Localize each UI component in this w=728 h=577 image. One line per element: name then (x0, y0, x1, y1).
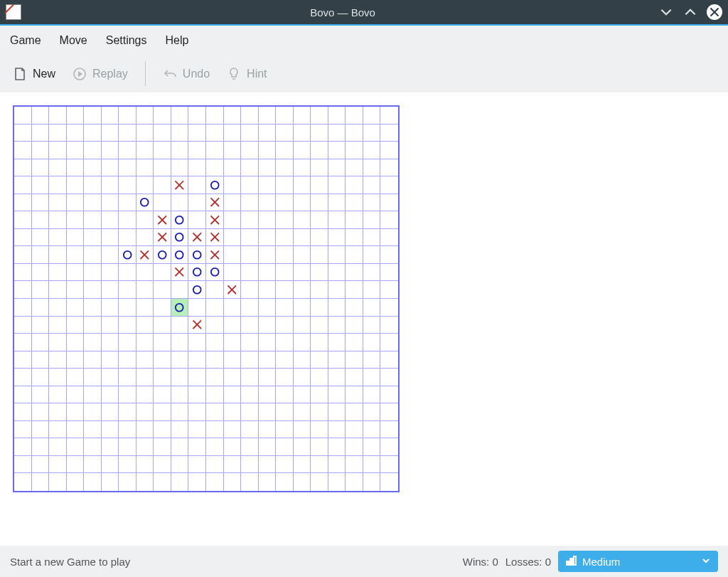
maximize-button[interactable] (682, 4, 698, 20)
board-cell[interactable] (14, 159, 32, 177)
board-cell[interactable] (154, 176, 171, 194)
board-cell[interactable] (49, 246, 67, 264)
board-cell[interactable] (136, 386, 154, 404)
board-cell[interactable] (84, 159, 102, 177)
board-cell[interactable] (241, 317, 259, 334)
board-cell[interactable] (67, 246, 85, 264)
board-cell[interactable] (328, 456, 346, 474)
board-cell[interactable] (154, 421, 171, 439)
board-cell[interactable] (154, 403, 171, 421)
board-cell[interactable] (171, 473, 189, 491)
board-cell[interactable] (380, 473, 398, 491)
board-cell[interactable] (311, 211, 328, 229)
board-cell[interactable] (102, 125, 119, 142)
board-cell[interactable] (154, 351, 171, 369)
board-cell[interactable] (171, 317, 189, 334)
board-cell[interactable] (363, 438, 381, 456)
board-cell[interactable] (294, 159, 311, 177)
board-cell[interactable] (363, 299, 381, 317)
board-cell[interactable] (171, 299, 189, 317)
board-cell[interactable] (102, 281, 119, 299)
board-cell[interactable] (136, 142, 154, 159)
board-cell[interactable] (380, 142, 398, 159)
board-cell[interactable] (346, 403, 363, 421)
board-cell[interactable] (84, 473, 102, 491)
menu-help[interactable]: Help (166, 34, 189, 47)
board-cell[interactable] (241, 281, 259, 299)
board-cell[interactable] (311, 438, 328, 456)
board-cell[interactable] (154, 317, 171, 334)
board-cell[interactable] (224, 369, 242, 386)
board-cell[interactable] (380, 229, 398, 247)
board-cell[interactable] (363, 421, 381, 439)
board-cell[interactable] (363, 194, 381, 212)
board-cell[interactable] (363, 229, 381, 247)
board-cell[interactable] (171, 421, 189, 439)
board-cell[interactable] (224, 125, 242, 142)
board-cell[interactable] (188, 299, 206, 317)
board-cell[interactable] (294, 317, 311, 334)
board-cell[interactable] (154, 159, 171, 177)
board-cell[interactable] (32, 334, 50, 351)
board-cell[interactable] (328, 125, 346, 142)
board-cell[interactable] (380, 386, 398, 404)
board-cell[interactable] (311, 281, 328, 299)
board-cell[interactable] (363, 456, 381, 474)
board-cell[interactable] (311, 125, 328, 142)
board-cell[interactable] (328, 229, 346, 247)
board-cell[interactable] (380, 107, 398, 125)
board-cell[interactable] (259, 211, 277, 229)
board-cell[interactable] (188, 211, 206, 229)
board-cell[interactable] (276, 438, 294, 456)
board-cell[interactable] (294, 299, 311, 317)
board-cell[interactable] (241, 159, 259, 177)
board-cell[interactable] (84, 246, 102, 264)
board-cell[interactable] (206, 264, 224, 282)
board-cell[interactable] (241, 125, 259, 142)
board-cell[interactable] (84, 281, 102, 299)
board-cell[interactable] (328, 369, 346, 386)
board-cell[interactable] (188, 334, 206, 351)
board-cell[interactable] (154, 264, 171, 282)
board-cell[interactable] (136, 229, 154, 247)
board-cell[interactable] (188, 421, 206, 439)
board-cell[interactable] (206, 473, 224, 491)
board-cell[interactable] (206, 386, 224, 404)
board-cell[interactable] (380, 421, 398, 439)
board-cell[interactable] (32, 386, 50, 404)
board-cell[interactable] (206, 421, 224, 439)
board-cell[interactable] (171, 211, 189, 229)
board-cell[interactable] (49, 107, 67, 125)
board-cell[interactable] (102, 142, 119, 159)
board-cell[interactable] (224, 281, 242, 299)
board-cell[interactable] (224, 264, 242, 282)
board-cell[interactable] (276, 194, 294, 212)
board-cell[interactable] (363, 107, 381, 125)
board-cell[interactable] (224, 159, 242, 177)
board-cell[interactable] (171, 386, 189, 404)
board-cell[interactable] (49, 334, 67, 351)
board-cell[interactable] (346, 142, 363, 159)
board-cell[interactable] (102, 107, 119, 125)
board-cell[interactable] (276, 142, 294, 159)
board-cell[interactable] (171, 438, 189, 456)
board-cell[interactable] (363, 211, 381, 229)
board-cell[interactable] (119, 299, 136, 317)
board-cell[interactable] (328, 403, 346, 421)
board-cell[interactable] (346, 281, 363, 299)
board-cell[interactable] (241, 211, 259, 229)
board-cell[interactable] (276, 281, 294, 299)
board-cell[interactable] (380, 246, 398, 264)
board-cell[interactable] (241, 403, 259, 421)
board-cell[interactable] (328, 351, 346, 369)
board-cell[interactable] (206, 107, 224, 125)
board-cell[interactable] (14, 317, 32, 334)
board-cell[interactable] (136, 456, 154, 474)
board-cell[interactable] (363, 159, 381, 177)
board-cell[interactable] (294, 142, 311, 159)
board-cell[interactable] (311, 229, 328, 247)
board-cell[interactable] (171, 369, 189, 386)
board-cell[interactable] (32, 421, 50, 439)
board-cell[interactable] (276, 125, 294, 142)
board-cell[interactable] (311, 107, 328, 125)
